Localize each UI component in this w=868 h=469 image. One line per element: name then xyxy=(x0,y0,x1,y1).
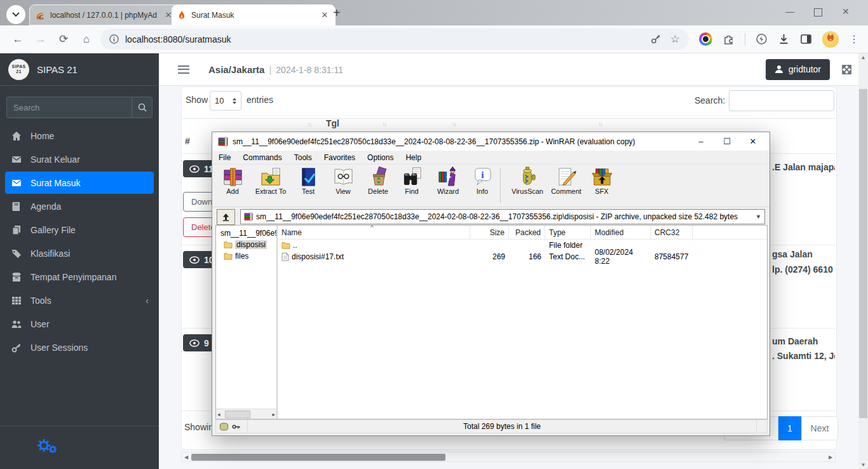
profile-avatar[interactable] xyxy=(822,31,839,48)
tree-item-archive-root[interactable]: sm__11__9f06e90 xyxy=(216,228,276,239)
pagination-next[interactable]: Next xyxy=(801,416,838,440)
toolbar-virusscan-button[interactable]: VirusScan xyxy=(506,166,548,195)
sort-icon[interactable]: ↑↓ xyxy=(598,121,602,128)
resize-grip[interactable] xyxy=(757,420,767,433)
address-bar[interactable]: localhost:8080/suratmasuk ☆ xyxy=(100,29,689,50)
toolbar-find-button[interactable]: Find xyxy=(395,166,428,195)
toolbar-wizard-button[interactable]: Wizard xyxy=(428,166,468,195)
scroll-right-icon[interactable]: ▶ xyxy=(826,454,835,460)
gears-icon[interactable] xyxy=(36,437,59,454)
up-one-level-button[interactable] xyxy=(217,209,235,225)
tree-item-files[interactable]: files xyxy=(216,250,276,262)
sidebar-item-surat-keluar[interactable]: Surat Keluar xyxy=(5,148,154,170)
tab-close-icon[interactable]: ✕ xyxy=(320,10,330,20)
sidebar-item-gallery-file[interactable]: Gallery File xyxy=(5,219,154,241)
tab-phpmyadmin[interactable]: PMA localhost / 127.0.0.1 | phpMyAd ✕ xyxy=(29,4,179,25)
window-minimize-icon[interactable]: — xyxy=(785,6,794,17)
winrar-title-bar[interactable]: sm__11__9f06e90edef4fc251ec287050c18d33e… xyxy=(212,132,770,151)
sidebar-item-surat-masuk[interactable]: Surat Masuk xyxy=(5,172,154,194)
menu-options[interactable]: Options xyxy=(367,153,393,162)
sidebar-search-button[interactable] xyxy=(132,97,153,118)
tab-search-button[interactable] xyxy=(6,5,25,24)
brand[interactable]: SIPAS 21 SIPAS 21 xyxy=(0,53,159,86)
horizontal-scrollbar[interactable]: ◀ ▶ xyxy=(181,452,836,462)
sidebar-item-tools[interactable]: Tools ‹ xyxy=(5,289,154,311)
sort-icon[interactable]: ↑↓ xyxy=(452,121,456,128)
reload-button[interactable]: ⟳ xyxy=(52,32,75,46)
sort-icon[interactable]: ↑↓ xyxy=(307,121,311,128)
bookmark-star-icon[interactable]: ☆ xyxy=(670,32,680,46)
menu-tools[interactable]: Tools xyxy=(294,153,312,162)
page-size-select[interactable]: 10 xyxy=(210,91,241,111)
password-key-icon[interactable] xyxy=(651,34,661,44)
toolbar-comment-button[interactable]: Comment xyxy=(548,166,584,195)
sidebar-item-tempat-penyimpanan[interactable]: Tempat Penyimpanan xyxy=(5,266,154,288)
scroll-up-icon[interactable]: ▲ xyxy=(858,55,868,60)
lens-extension-icon[interactable] xyxy=(699,32,712,46)
combobox-chevron-icon[interactable]: ▼ xyxy=(756,214,761,220)
tree-scroll-thumb[interactable] xyxy=(225,411,250,418)
window-restore-icon[interactable] xyxy=(814,8,822,17)
back-button[interactable]: ← xyxy=(6,33,29,46)
toolbar-extract-to-button[interactable]: Extract To xyxy=(250,166,291,195)
pagination-page-1[interactable]: 1 xyxy=(778,416,801,440)
sidebar-item-klasifikasi[interactable]: Klasifikasi xyxy=(5,242,154,264)
column-header-tgl[interactable]: Tgl xyxy=(326,118,339,128)
toolbar-info-button[interactable]: i Info xyxy=(468,166,497,195)
sidebar-item-agenda[interactable]: Agenda xyxy=(5,195,154,217)
scroll-left-icon[interactable]: ◀ xyxy=(182,454,191,460)
sidebar-item-home[interactable]: Home xyxy=(5,125,154,147)
menu-file[interactable]: File xyxy=(219,153,231,162)
window-close-icon[interactable]: ✕ xyxy=(842,6,850,17)
views-badge[interactable]: 9 xyxy=(183,334,215,351)
browser-menu-icon[interactable]: ⋮ xyxy=(849,33,859,45)
url-text[interactable]: localhost:8080/suratmasuk xyxy=(125,34,651,44)
file-row-disposisi-txt[interactable]: disposisi#17.txt 269 166 Text Doc... 08/… xyxy=(278,251,767,262)
sidebar-search-input[interactable] xyxy=(6,97,132,118)
new-tab-button[interactable]: + xyxy=(333,6,341,20)
column-header-name[interactable]: Name xyxy=(278,226,470,239)
file-row-parent-dir[interactable]: .. File folder xyxy=(278,240,767,251)
toolbar-add-button[interactable]: Add xyxy=(215,166,250,195)
tab-surat-masuk[interactable]: Surat Masuk ✕ xyxy=(172,4,336,25)
winrar-maximize-icon[interactable]: ☐ xyxy=(716,137,738,146)
home-button[interactable]: ⌂ xyxy=(75,33,98,46)
menu-commands[interactable]: Commands xyxy=(243,153,281,162)
column-header-packed[interactable]: Packed xyxy=(509,226,545,239)
toolbar-test-button[interactable]: Test xyxy=(291,166,325,195)
side-panel-icon[interactable] xyxy=(800,33,812,45)
column-header-crc32[interactable]: CRC32 xyxy=(651,226,693,239)
toolbar-sfx-button[interactable]: SFX xyxy=(584,166,620,195)
winrar-close-icon[interactable]: ✕ xyxy=(742,137,764,146)
extensions-puzzle-icon[interactable] xyxy=(722,33,735,45)
archive-path-combobox[interactable]: sm__11__9f06e90edef4fc251ec287050c18d33e… xyxy=(240,209,765,224)
forward-button[interactable]: → xyxy=(29,33,52,46)
site-info-icon[interactable] xyxy=(109,34,119,44)
column-header-size[interactable]: Size xyxy=(470,226,509,239)
winrar-minimize-icon[interactable]: – xyxy=(690,137,712,146)
downloads-icon[interactable] xyxy=(778,33,790,45)
vertical-scrollbar[interactable]: ▲ ▼ xyxy=(858,53,868,469)
scroll-right-icon[interactable]: ▸ xyxy=(272,411,275,418)
leaf-bolt-icon[interactable] xyxy=(756,33,768,45)
scroll-left-icon[interactable]: ◂ xyxy=(217,411,220,418)
column-header-type[interactable]: Type xyxy=(545,226,591,239)
sort-icon[interactable]: ↑↓ xyxy=(382,121,386,128)
column-header-modified[interactable]: Modified xyxy=(591,226,651,239)
scroll-down-icon[interactable]: ▼ xyxy=(858,462,868,468)
fullscreen-arrows-icon[interactable] xyxy=(841,64,853,76)
vertical-scroll-thumb[interactable] xyxy=(859,89,867,418)
tab-title: localhost / 127.0.0.1 | phpMyAd xyxy=(50,11,158,20)
sidebar-item-user-sessions[interactable]: User Sessions xyxy=(5,336,154,358)
tree-horizontal-scrollbar[interactable]: ◂ ▸ xyxy=(216,409,276,419)
sidebar-item-user[interactable]: User xyxy=(5,313,154,335)
column-header-number[interactable]: # xyxy=(185,136,190,146)
tree-item-disposisi[interactable]: disposisi xyxy=(216,239,276,250)
user-menu-button[interactable]: gridtutor xyxy=(766,59,830,80)
menu-toggle-icon[interactable] xyxy=(178,63,189,76)
menu-help[interactable]: Help xyxy=(405,153,421,162)
horizontal-scroll-thumb[interactable] xyxy=(191,454,445,461)
toolbar-delete-button[interactable]: Delete xyxy=(361,166,395,195)
menu-favorites[interactable]: Favorites xyxy=(324,153,355,162)
toolbar-view-button[interactable]: View xyxy=(325,166,361,195)
